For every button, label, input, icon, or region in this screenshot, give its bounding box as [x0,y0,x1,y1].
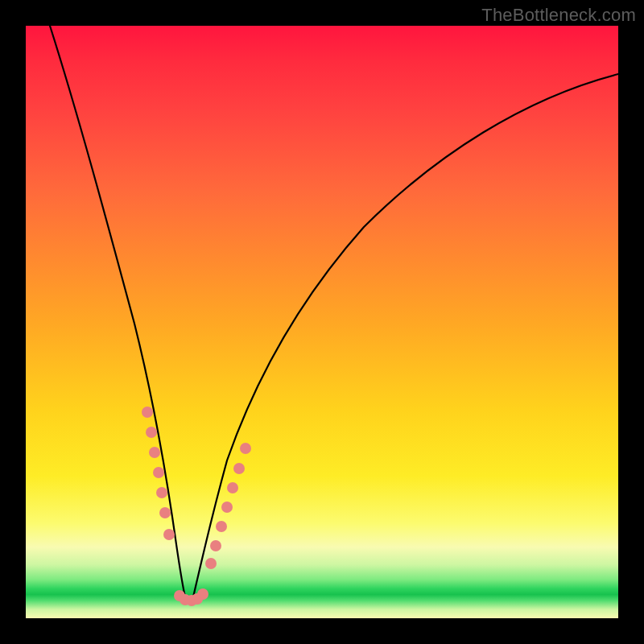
marker-dot [163,529,175,540]
watermark-text: TheBottleneck.com [481,5,636,26]
marker-dot [205,558,217,569]
curve-layer [26,26,618,618]
marker-dot [149,447,160,458]
marker-dot [156,487,167,498]
marker-dot [146,427,157,438]
plot-area [26,26,618,618]
outer-frame: TheBottleneck.com [0,0,644,644]
marker-dot [159,507,171,518]
bottleneck-curve [50,26,618,601]
marker-dot [240,443,251,454]
marker-dot [221,502,233,513]
marker-dot [227,482,238,493]
marker-dot [153,467,164,478]
marker-dot [233,463,245,474]
marker-dot [142,407,153,418]
marker-dot [210,540,221,551]
marker-dot [197,588,208,600]
marker-dot [216,521,227,532]
